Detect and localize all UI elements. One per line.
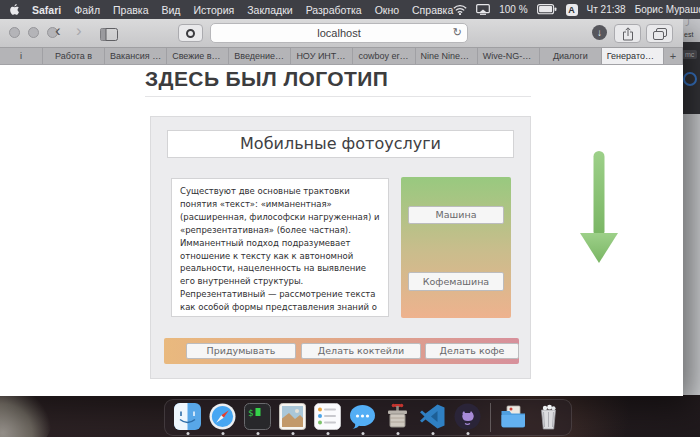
address-bar[interactable]: localhost ↻ (210, 23, 468, 43)
archive-utility-icon[interactable] (384, 403, 411, 430)
make-coffee-button[interactable]: Делать кофе (425, 343, 519, 359)
tab-vakansiya[interactable]: Вакансия Ра… (105, 48, 167, 64)
invent-button[interactable]: Придумывать (186, 343, 296, 359)
menu-bookmarks[interactable]: Закладки (247, 4, 292, 16)
window-controls (9, 27, 58, 38)
menu-bar: Safari Файл Правка Вид История Закладки … (0, 0, 700, 19)
menu-clock[interactable]: Чт 21:38 (587, 4, 626, 15)
dock: $ (164, 399, 572, 436)
trash-icon[interactable] (535, 403, 562, 430)
side-gradient-panel: Машина Кофемашина (401, 177, 511, 318)
make-cocktails-button[interactable]: Делать коктейли (301, 343, 421, 359)
menu-develop[interactable]: Разработка (306, 4, 362, 16)
messages-icon[interactable] (349, 403, 376, 430)
tabs-overview-icon[interactable] (646, 24, 673, 43)
background-window: ⤴ est mc (680, 8, 700, 395)
tab-intuit[interactable]: НОУ ИНТУИ… (291, 48, 353, 64)
terminal-icon[interactable]: $ (244, 403, 271, 430)
circle-icon (683, 72, 697, 86)
menu-window[interactable]: Окно (375, 4, 399, 16)
display-mirroring-icon[interactable] (476, 4, 490, 15)
downloads-folder-icon[interactable] (500, 403, 527, 430)
url-text: localhost (211, 27, 467, 39)
user-menu[interactable]: Борис Мурашов (635, 4, 700, 15)
screen: ⤴ est mc ‹ › localhost ↻ (0, 0, 700, 437)
menu-help[interactable]: Справка (412, 4, 453, 16)
sidebar-icon[interactable] (100, 27, 118, 45)
background-window-badge: mc (682, 50, 697, 59)
tab-rabota[interactable]: Работа в (43, 48, 105, 64)
coffee-machine-button[interactable]: Кофемашина (408, 272, 504, 291)
github-icon[interactable] (454, 403, 481, 430)
green-down-arrow-icon (577, 149, 621, 271)
safari-window: ‹ › localhost ↻ ↓ i Работа в Вакансия Ра… (0, 19, 683, 395)
tab-bar: i Работа в Вакансия Ра… Свежие вак… Введ… (0, 48, 683, 65)
tab-cowboy[interactable]: cowboy erla… (353, 48, 415, 64)
dock-divider (490, 403, 491, 432)
tab-svezhie[interactable]: Свежие вак… (167, 48, 229, 64)
menu-bar-status: 100 % A Чт 21:38 Борис Мурашов (453, 4, 700, 16)
reload-icon[interactable]: ↻ (453, 26, 462, 39)
vscode-icon[interactable] (419, 403, 446, 430)
tab-mini[interactable]: i (0, 48, 43, 64)
wallpaper-detail (0, 391, 52, 437)
tab-generator-active[interactable]: Генератор и… (602, 48, 664, 64)
wifi-icon[interactable] (453, 5, 467, 15)
share-icon[interactable] (614, 24, 641, 43)
heading-divider (145, 96, 531, 97)
minimize-window-button[interactable] (28, 27, 39, 38)
forward-button[interactable]: › (76, 21, 82, 41)
svg-text:$: $ (248, 408, 253, 418)
card-paragraph: Существуют две основные трактовки поняти… (171, 178, 389, 317)
logo-placeholder-heading: ЗДЕСЬ БЫЛ ЛОГОТИП (145, 67, 388, 91)
menu-view[interactable]: Вид (161, 4, 180, 16)
machine-button[interactable]: Машина (408, 206, 504, 224)
menu-safari[interactable]: Safari (32, 4, 61, 16)
battery-percent[interactable]: 100 % (499, 4, 527, 15)
extension-icon[interactable] (178, 24, 203, 42)
apple-icon[interactable] (8, 3, 19, 16)
menu-file[interactable]: Файл (74, 4, 100, 16)
services-card: Мобильные фотоуслуги Существуют две осно… (150, 116, 531, 379)
tab-dialogi[interactable]: Диалоги (540, 48, 602, 64)
close-window-button[interactable] (9, 27, 20, 38)
browser-toolbar: ‹ › localhost ↻ ↓ (0, 19, 683, 48)
photos-icon[interactable] (279, 403, 306, 430)
finder-icon[interactable] (174, 403, 201, 430)
new-tab-button[interactable]: + (664, 48, 683, 64)
web-page: ЗДЕСЬ БЫЛ ЛОГОТИП Мобильные фотоуслуги С… (0, 65, 683, 396)
tab-wive-ng[interactable]: Wive-NG-M… (478, 48, 540, 64)
card-title: Мобильные фотоуслуги (167, 130, 514, 158)
tab-vvedenie[interactable]: Введение в… (229, 48, 291, 64)
background-window-body (680, 114, 700, 395)
battery-icon[interactable] (537, 4, 557, 15)
menu-edit[interactable]: Правка (113, 4, 148, 16)
safari-icon[interactable] (209, 403, 236, 430)
menu-bar-left: Safari Файл Правка Вид История Закладки … (8, 3, 453, 16)
input-source-icon[interactable]: A (566, 4, 578, 16)
background-window-panel: mc (680, 42, 700, 114)
download-icon[interactable]: ↓ (592, 25, 607, 40)
menu-history[interactable]: История (193, 4, 234, 16)
reminders-icon[interactable] (314, 403, 341, 430)
bottom-gradient-bar: Придумывать Делать коктейли Делать кофе (164, 338, 519, 364)
tab-nine-nines[interactable]: Nine Nines:… (416, 48, 478, 64)
extension-glyph (186, 29, 195, 38)
background-window-text: est (684, 31, 693, 38)
back-button[interactable]: ‹ (55, 21, 61, 41)
